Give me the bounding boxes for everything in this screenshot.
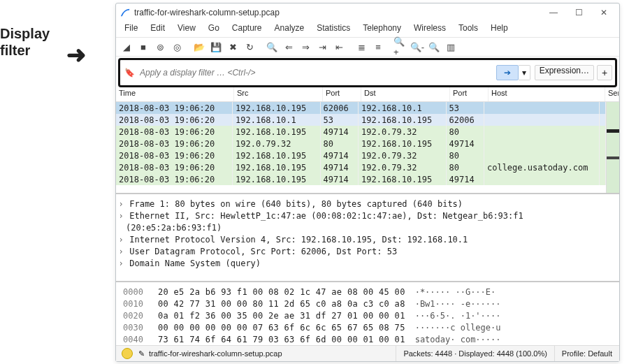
hex-row[interactable]: 00200a 01 f2 36 00 35 00 2e ae 31 df 27 … xyxy=(123,310,612,322)
expand-icon[interactable]: › xyxy=(117,210,124,222)
status-packets: Packets: 4448 · Displayed: 4448 (100.0%) xyxy=(396,346,554,361)
jump-last-icon[interactable]: ⇤ xyxy=(331,39,347,54)
display-filter-bar: 🔖 ➔ ▾ Expression… + xyxy=(118,58,617,87)
packet-row[interactable]: 2018-08-03 19:06:20192.168.10.1954971419… xyxy=(116,150,606,161)
packet-bytes-pane[interactable]: 000020 e5 2a b6 93 f1 00 08 02 1c 47 ae … xyxy=(116,282,619,345)
menu-analyze[interactable]: Analyze xyxy=(269,22,310,37)
colorize-icon[interactable]: ≡ xyxy=(370,39,386,54)
menu-edit[interactable]: Edit xyxy=(145,22,171,37)
detail-row[interactable]: › Ethernet II, Src: HewlettP_1c:47:ae (0… xyxy=(126,210,615,234)
arrow-icon: ➜ xyxy=(66,46,86,63)
jump-icon[interactable]: ⇥ xyxy=(314,39,330,54)
apply-filter-button[interactable]: ➔ xyxy=(496,65,519,80)
expression-button[interactable]: Expression… xyxy=(535,65,594,80)
hex-row[interactable]: 003000 00 00 00 00 00 07 63 6f 6c 6c 65 … xyxy=(123,322,612,334)
col-time[interactable]: Time xyxy=(116,87,234,101)
packet-row[interactable]: 2018-08-03 19:06:20192.168.10.1954971419… xyxy=(116,161,606,173)
packet-row[interactable]: 2018-08-03 19:06:20192.168.10.1956200619… xyxy=(116,102,606,114)
menubar: FileEditViewGoCaptureAnalyzeStatisticsTe… xyxy=(116,22,619,38)
packet-row[interactable]: 2018-08-03 19:06:20192.168.10.1954971419… xyxy=(116,126,606,138)
menu-telephony[interactable]: Telephony xyxy=(357,22,407,37)
menu-go[interactable]: Go xyxy=(203,22,225,37)
expert-info-icon[interactable] xyxy=(122,348,133,359)
zoom-in-icon[interactable]: 🔍+ xyxy=(393,39,408,54)
reload-icon[interactable]: ↻ xyxy=(242,39,257,54)
find-icon[interactable]: 🔍 xyxy=(264,39,280,54)
col-host[interactable]: Host xyxy=(489,87,605,101)
expand-icon[interactable]: › xyxy=(117,234,124,246)
annotation-label: Display filter ➜ xyxy=(0,25,50,59)
expand-icon[interactable]: › xyxy=(117,258,124,270)
col-sport[interactable]: Port xyxy=(323,87,361,101)
status-filename: traffic-for-wireshark-column-setup.pcap xyxy=(149,349,396,358)
packet-row[interactable]: 2018-08-03 19:06:20192.168.10.1954971419… xyxy=(116,173,606,185)
fwd-icon[interactable]: ⇒ xyxy=(298,39,313,54)
display-filter-input[interactable] xyxy=(138,65,496,80)
hex-row[interactable]: 000020 e5 2a b6 93 f1 00 08 02 1c 47 ae … xyxy=(123,286,612,298)
col-src[interactable]: Src xyxy=(234,87,323,101)
fin-icon[interactable]: ◢ xyxy=(119,39,134,54)
hex-row[interactable]: 001000 42 77 31 00 00 80 11 2d 65 c0 a8 … xyxy=(123,298,612,310)
wireshark-icon xyxy=(120,8,130,17)
packet-details-pane[interactable]: › Frame 1: 80 bytes on wire (640 bits), … xyxy=(116,194,619,282)
menu-statistics[interactable]: Statistics xyxy=(311,22,356,37)
main-toolbar: ◢■⊚◎📂💾✖↻🔍⇐⇒⇥⇤≣≡🔍+🔍-🔍▥ xyxy=(116,38,619,57)
maximize-button[interactable]: ☐ xyxy=(566,5,591,20)
options-icon[interactable]: ◎ xyxy=(169,39,185,54)
close-file-icon[interactable]: ✖ xyxy=(225,39,240,54)
menu-wireless[interactable]: Wireless xyxy=(408,22,451,37)
col-server-name[interactable]: Server Name xyxy=(605,87,619,101)
autoscroll-icon[interactable]: ≣ xyxy=(354,39,369,54)
detail-row[interactable]: › Domain Name System (query) xyxy=(126,258,615,270)
detail-row[interactable]: › User Datagram Protocol, Src Port: 6200… xyxy=(126,246,615,258)
close-button[interactable]: ✕ xyxy=(591,5,616,20)
restart-icon[interactable]: ⊚ xyxy=(152,39,168,54)
detail-row[interactable]: › Frame 1: 80 bytes on wire (640 bits), … xyxy=(126,198,615,210)
intelligent-scrollbar[interactable] xyxy=(606,102,619,193)
menu-help[interactable]: Help xyxy=(485,22,514,37)
menu-tools[interactable]: Tools xyxy=(453,22,484,37)
hex-row[interactable]: 004073 61 74 6f 64 61 79 03 63 6f 6d 00 … xyxy=(123,334,612,345)
status-profile[interactable]: Profile: Default xyxy=(554,346,619,361)
menu-view[interactable]: View xyxy=(172,22,201,37)
packet-row[interactable]: 2018-08-03 19:06:20192.168.10.153192.168… xyxy=(116,114,606,126)
filter-dropdown-button[interactable]: ▾ xyxy=(519,65,530,80)
packet-row[interactable]: 2018-08-03 19:06:20192.0.79.3280192.168.… xyxy=(116,138,606,150)
save-icon[interactable]: 💾 xyxy=(208,39,224,54)
add-filter-button[interactable]: + xyxy=(597,65,612,80)
status-bar: ✎ traffic-for-wireshark-column-setup.pca… xyxy=(116,345,619,361)
col-dst[interactable]: Dst xyxy=(361,87,450,101)
col-dport[interactable]: Port xyxy=(450,87,489,101)
packet-list[interactable]: 2018-08-03 19:06:20192.168.10.1956200619… xyxy=(116,102,606,193)
expand-icon[interactable]: › xyxy=(117,246,124,258)
wireshark-window: traffic-for-wireshark-column-setup.pcap … xyxy=(115,3,620,362)
menu-capture[interactable]: Capture xyxy=(226,22,268,37)
zoom-out-icon[interactable]: 🔍- xyxy=(410,39,425,54)
capture-file-icon: ✎ xyxy=(138,349,145,358)
packet-list-header[interactable]: Time Src Port Dst Port Host Server Name xyxy=(116,87,619,102)
detail-row[interactable]: › Internet Protocol Version 4, Src: 192.… xyxy=(126,234,615,246)
back-icon[interactable]: ⇐ xyxy=(281,39,296,54)
stop-icon[interactable]: ■ xyxy=(136,39,151,54)
window-title: traffic-for-wireshark-column-setup.pcap xyxy=(134,8,541,17)
titlebar: traffic-for-wireshark-column-setup.pcap … xyxy=(116,3,619,22)
resize-cols-icon[interactable]: ▥ xyxy=(443,39,458,54)
zoom-reset-icon[interactable]: 🔍 xyxy=(426,39,442,54)
minimize-button[interactable]: — xyxy=(541,5,566,20)
open-icon[interactable]: 📂 xyxy=(191,39,207,54)
expand-icon[interactable]: › xyxy=(117,198,124,210)
menu-file[interactable]: File xyxy=(119,22,143,37)
bookmark-icon[interactable]: 🔖 xyxy=(123,66,136,79)
